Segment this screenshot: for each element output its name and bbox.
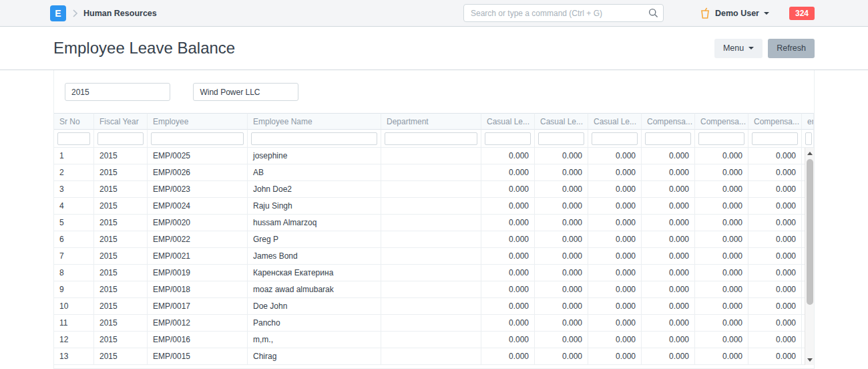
refresh-button[interactable]: Refresh [768,39,815,58]
filter-cell [748,130,802,148]
table-cell: 0.000 [481,315,535,332]
scroll-up-button[interactable] [805,148,815,158]
table-cell: 0.000 [642,348,695,365]
table-cell: 2015 [94,164,148,181]
table-cell: 2015 [94,215,148,231]
table-cell: EMP/0026 [148,164,248,181]
table-cell: 0.000 [695,181,748,198]
user-menu[interactable]: Demo User [700,7,769,19]
table-cell: 0.000 [588,181,642,198]
table-cell: 0.000 [748,215,802,231]
table-cell: 2015 [94,281,148,298]
filter-cell [148,130,248,148]
report-filters [54,70,814,113]
table-cell: EMP/0012 [148,315,248,332]
column-header[interactable]: Employee [148,113,248,130]
grid-vertical-scrollbar[interactable] [805,148,814,365]
menu-button[interactable]: Menu [714,39,763,58]
table-cell: 0.000 [695,348,748,365]
column-filter-input[interactable] [645,132,691,145]
column-header[interactable]: Compensa... [695,113,748,130]
column-header[interactable]: Casual Le... [481,113,535,130]
notification-badge[interactable]: 324 [789,7,815,20]
column-header[interactable]: em [802,113,814,130]
search-icon[interactable] [648,8,658,18]
scrollbar-thumb[interactable] [807,159,813,305]
table-cell: Каренская Екатерина [248,265,381,281]
table-cell: EMP/0020 [148,215,248,231]
grid-filter-row [54,130,814,148]
chevron-down-icon [748,47,754,52]
column-header[interactable]: Employee Name [248,113,381,130]
table-cell: 0.000 [642,215,695,231]
column-filter-input[interactable] [251,132,377,145]
table-row: 42015EMP/0024Raju Singh0.0000.0000.0000.… [54,198,814,215]
chevron-down-icon [764,12,769,17]
table-cell: 13 [54,348,94,365]
table-cell: 0.000 [642,231,695,248]
table-cell: 12 [54,332,94,348]
column-filter-input[interactable] [698,132,744,145]
column-header[interactable]: Casual Le... [535,113,588,130]
menu-button-label: Menu [723,43,744,53]
column-header[interactable]: Sr No [54,113,94,130]
report-container: Sr NoFiscal YearEmployeeEmployee NameDep… [53,70,815,369]
table-cell: moaz awad almubarak [248,281,381,298]
table-cell: Raju Singh [248,198,381,215]
column-header[interactable]: Compensa... [642,113,695,130]
column-filter-input[interactable] [538,132,584,145]
column-header[interactable]: Compensa... [748,113,802,130]
table-cell: 0.000 [588,298,642,315]
table-cell: 0.000 [481,298,535,315]
search-input[interactable] [463,4,664,22]
table-cell: 0.000 [535,298,588,315]
company-filter-input[interactable] [193,83,298,101]
table-cell: 0.000 [695,198,748,215]
table-cell: 0.000 [535,248,588,265]
table-cell: 0.000 [481,265,535,281]
table-cell: 0.000 [748,281,802,298]
page-title: Employee Leave Balance [53,39,235,57]
column-filter-input[interactable] [805,132,812,145]
table-cell: 0.000 [748,298,802,315]
column-header[interactable]: Department [381,113,481,130]
column-header[interactable]: Fiscal Year [94,113,148,130]
column-filter-input[interactable] [151,132,244,145]
table-cell: 0.000 [588,348,642,365]
report-grid: Sr NoFiscal YearEmployeeEmployee NameDep… [54,113,814,365]
table-cell: 0.000 [748,181,802,198]
column-header[interactable]: Casual Le... [588,113,642,130]
column-filter-input[interactable] [57,132,90,145]
fiscal-year-filter-input[interactable] [65,83,170,101]
table-cell: 0.000 [535,315,588,332]
filter-cell [54,130,94,148]
table-cell: 0.000 [748,315,802,332]
table-cell: 0.000 [695,265,748,281]
table-cell: josephine [248,148,381,164]
column-filter-input[interactable] [752,132,798,145]
column-filter-input[interactable] [385,132,477,145]
table-cell: EMP/0022 [148,231,248,248]
table-cell: EMP/0021 [148,248,248,265]
table-cell: 0.000 [481,148,535,164]
table-cell: 0.000 [748,198,802,215]
triangle-down-icon [807,358,813,364]
refresh-button-label: Refresh [777,43,806,53]
table-cell: 0.000 [481,281,535,298]
column-filter-input[interactable] [97,132,144,145]
global-search [463,4,664,22]
table-cell: 0.000 [535,181,588,198]
user-name-label: Demo User [715,9,759,18]
column-filter-input[interactable] [485,132,531,145]
table-cell: 0.000 [588,198,642,215]
table-cell: 0.000 [695,231,748,248]
table-cell: 0.000 [748,248,802,265]
filter-cell [588,130,642,148]
table-cell: Chirag [248,348,381,365]
column-filter-input[interactable] [592,132,638,145]
scroll-down-button[interactable] [805,355,815,364]
breadcrumb[interactable]: Human Resources [83,9,157,18]
filter-cell [642,130,695,148]
app-logo[interactable]: E [50,5,66,21]
table-cell [381,248,481,265]
